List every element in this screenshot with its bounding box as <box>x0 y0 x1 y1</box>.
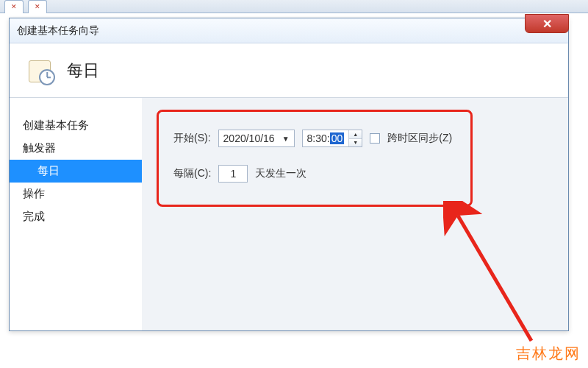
page-title: 每日 <box>67 60 99 82</box>
time-spinner[interactable]: ▲ ▼ <box>348 130 362 146</box>
sidebar-item-action[interactable]: 操作 <box>10 183 142 205</box>
start-date-picker[interactable]: 2020/10/16 ▼ <box>218 130 295 147</box>
wizard-steps-sidebar: 创建基本任务 触发器 每日 操作 完成 <box>10 98 142 330</box>
close-button[interactable]: ✕ <box>525 14 569 33</box>
dropdown-caret-icon: ▼ <box>282 135 290 143</box>
sidebar-item-create-basic[interactable]: 创建基本任务 <box>10 114 142 137</box>
interval-days-input[interactable]: 1 <box>218 165 248 183</box>
outer-tab-strip: ✕ ✕ <box>0 0 588 13</box>
titlebar: 创建基本任务向导 ✕ <box>10 18 568 43</box>
annotation-highlight-box: 开始(S): 2020/10/16 ▼ 8:30:00 ▲ ▼ <box>157 110 473 207</box>
start-time-picker[interactable]: 8:30:00 ▲ ▼ <box>302 130 363 147</box>
sidebar-item-trigger[interactable]: 触发器 <box>10 137 142 160</box>
sync-timezone-label: 跨时区同步(Z) <box>387 132 452 145</box>
browser-tab[interactable]: ✕ <box>4 0 24 13</box>
interval-suffix: 天发生一次 <box>255 167 306 180</box>
time-seconds-selected: 00 <box>330 132 345 144</box>
start-row: 开始(S): 2020/10/16 ▼ 8:30:00 ▲ ▼ <box>173 130 456 147</box>
wizard-body: 创建基本任务 触发器 每日 操作 完成 开始(S): 2020/10/16 ▼ <box>10 98 568 330</box>
sidebar-item-daily[interactable]: 每日 <box>10 160 142 183</box>
window-title: 创建基本任务向导 <box>17 24 99 38</box>
spinner-up-icon[interactable]: ▲ <box>349 130 362 139</box>
interval-label: 每隔(C): <box>173 167 211 180</box>
close-icon: ✕ <box>542 17 552 31</box>
interval-row: 每隔(C): 1 天发生一次 <box>173 165 456 183</box>
watermark-text: 吉林龙网 <box>516 344 581 364</box>
tab-close-icon[interactable]: ✕ <box>11 4 17 10</box>
date-value: 2020/10/16 <box>223 132 275 144</box>
svg-line-0 <box>458 216 531 341</box>
screenshot-container: ✕ ✕ 创建基本任务向导 ✕ 每日 创建基本任务 触发器 每日 操作 完成 <box>0 0 588 368</box>
wizard-main-panel: 开始(S): 2020/10/16 ▼ 8:30:00 ▲ ▼ <box>142 98 568 330</box>
browser-tab[interactable]: ✕ <box>28 0 47 13</box>
start-label: 开始(S): <box>173 132 211 145</box>
tab-close-icon[interactable]: ✕ <box>35 4 40 10</box>
wizard-header: 每日 <box>10 43 568 98</box>
sidebar-item-finish[interactable]: 完成 <box>10 205 142 228</box>
time-prefix: 8:30: <box>307 132 330 144</box>
sync-timezone-checkbox[interactable] <box>370 133 380 144</box>
schedule-icon <box>26 56 55 85</box>
spinner-down-icon[interactable]: ▼ <box>349 139 362 147</box>
annotation-arrow-icon <box>443 201 553 348</box>
time-value: 8:30:00 <box>303 130 349 146</box>
wizard-window: 创建基本任务向导 ✕ 每日 创建基本任务 触发器 每日 操作 完成 <box>9 18 569 331</box>
